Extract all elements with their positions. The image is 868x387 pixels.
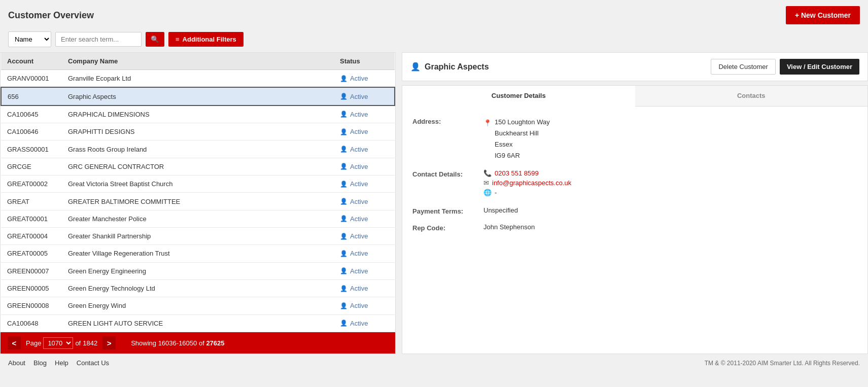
rep-value: John Stephenson	[483, 223, 535, 231]
prev-page-button[interactable]: <	[8, 336, 21, 349]
row-account: CA100646	[1, 123, 62, 140]
table-row[interactable]: GREEN00005 Green Energy Technology Ltd 👤…	[1, 279, 395, 297]
footer-link[interactable]: Help	[55, 359, 68, 367]
footer-link[interactable]: Blog	[33, 359, 47, 367]
search-button[interactable]: 🔍	[146, 32, 164, 47]
total-pages: 1842	[83, 339, 97, 347]
row-status: 👤 Active	[334, 245, 395, 262]
status-label: Active	[350, 232, 368, 240]
row-account: GRASS00001	[1, 140, 62, 158]
status-label: Active	[350, 285, 368, 292]
row-status: 👤 Active	[334, 105, 395, 123]
status-label: Active	[350, 302, 368, 309]
main-layout: Account Company Name Status GRANV00001 G…	[0, 52, 868, 354]
status-label: Active	[350, 215, 368, 223]
pagination-bar: < Page 1070 of 1842 > Showing 16036-1605…	[1, 332, 395, 354]
address-row: Address: 📍 150 Loughton Way Buckhearst H…	[412, 117, 857, 161]
row-account: GREEN00008	[1, 297, 62, 314]
of-label: of	[75, 339, 81, 347]
customer-name: Graphic Aspects	[425, 62, 489, 72]
row-company: Green Energy Wind	[62, 297, 334, 314]
row-account: GREEN00005	[1, 279, 62, 297]
payment-row: Payment Terms: Unspecified	[412, 206, 857, 215]
table-row[interactable]: GRASS00001 Grass Roots Group Ireland 👤 A…	[1, 140, 395, 158]
row-status: 👤 Active	[334, 227, 395, 244]
page-select[interactable]: 1070	[43, 337, 73, 349]
table-row[interactable]: GREAT00001 Greater Manchester Police 👤 A…	[1, 210, 395, 227]
row-status: 👤 Active	[334, 297, 395, 314]
email-icon: ✉	[483, 179, 489, 187]
status-user-icon: 👤	[340, 181, 348, 188]
tab-customer-details[interactable]: Customer Details	[402, 86, 635, 107]
row-status: 👤 Active	[334, 262, 395, 279]
status-label: Active	[350, 146, 368, 153]
table-row[interactable]: GREAT00005 Greater Village Regeneration …	[1, 245, 395, 262]
phone-link[interactable]: 0203 551 8599	[495, 169, 539, 177]
row-company: GREATER BALTIMORE COMMITTEE	[62, 193, 334, 210]
row-status: 👤 Active	[334, 279, 395, 297]
status-user-icon: 👤	[340, 320, 348, 327]
table-row[interactable]: 656 Graphic Aspects 👤 Active	[1, 87, 395, 105]
table-row[interactable]: GREEN00007 Green Energy Engineering 👤 Ac…	[1, 262, 395, 279]
row-account: GREAT00001	[1, 210, 62, 227]
address-line1: 150 Loughton Way	[495, 117, 550, 128]
delete-customer-button[interactable]: Delete Customer	[711, 59, 776, 75]
globe-icon: 🌐	[483, 189, 492, 196]
status-user-icon: 👤	[340, 302, 348, 309]
footer-link[interactable]: Contact Us	[77, 359, 109, 367]
table-row[interactable]: CA100648 GREEN LIGHT AUTO SERVICE 👤 Acti…	[1, 314, 395, 332]
table-row[interactable]: GREAT00004 Greater Shankill Partnership …	[1, 227, 395, 244]
row-company: Greater Manchester Police	[62, 210, 334, 227]
customer-header: 👤 Graphic Aspects Delete Customer View /…	[402, 52, 868, 81]
new-customer-button[interactable]: + New Customer	[786, 6, 860, 24]
status-label: Active	[350, 250, 368, 257]
additional-filters-button[interactable]: ≡ Additional Filters	[168, 32, 244, 47]
customer-name-header: 👤 Graphic Aspects	[410, 62, 489, 72]
table-row[interactable]: GREEN00008 Green Energy Wind 👤 Active	[1, 297, 395, 314]
table-row[interactable]: GREAT00002 Great Victoria Street Baptist…	[1, 175, 395, 193]
page-title: Customer Overview	[8, 10, 94, 21]
table-row[interactable]: CA100645 GRAPHICAL DIMENSIONS 👤 Active	[1, 105, 395, 123]
row-company: Green Energy Engineering	[62, 262, 334, 279]
row-status: 👤 Active	[334, 158, 395, 175]
col-header-account: Account	[1, 53, 62, 70]
of-records-label: of	[199, 339, 204, 347]
status-user-icon: 👤	[340, 233, 348, 240]
tab-contacts[interactable]: Contacts	[635, 86, 868, 106]
next-page-button[interactable]: >	[102, 336, 116, 349]
contact-label: Contact Details:	[412, 169, 483, 178]
showing-start: 16036	[158, 339, 177, 347]
customer-list-panel: Account Company Name Status GRANV00001 G…	[0, 52, 396, 354]
customer-table: Account Company Name Status GRANV00001 G…	[1, 53, 395, 332]
view-edit-customer-button[interactable]: View / Edit Customer	[780, 59, 859, 75]
row-company: GREEN LIGHT AUTO SERVICE	[62, 314, 334, 332]
table-row[interactable]: GRANV00001 Granville Ecopark Ltd 👤 Activ…	[1, 70, 395, 88]
rep-row: Rep Code: John Stephenson	[412, 223, 857, 232]
table-row[interactable]: CA100646 GRAPHITTI DESIGNS 👤 Active	[1, 123, 395, 140]
search-field-select[interactable]: Name Account	[9, 32, 51, 47]
search-icon: 🔍	[151, 36, 159, 43]
footer-copyright: TM & © 2011-2020 AIM Smarter Ltd. All Ri…	[705, 360, 860, 367]
row-company: GRC GENERAL CONTRACTOR	[62, 158, 334, 175]
showing-label: Showing	[131, 339, 156, 347]
customer-detail-panel: 👤 Graphic Aspects Delete Customer View /…	[396, 52, 868, 354]
search-input[interactable]	[55, 32, 142, 47]
customer-user-icon: 👤	[410, 62, 421, 72]
status-user-icon: 👤	[340, 285, 348, 292]
status-user-icon: 👤	[340, 75, 348, 82]
row-account: GRANV00001	[1, 70, 62, 88]
email-link[interactable]: info@graphicaspects.co.uk	[492, 179, 571, 187]
status-user-icon: 👤	[340, 163, 348, 170]
table-row[interactable]: GRCGE GRC GENERAL CONTRACTOR 👤 Active	[1, 158, 395, 175]
website-item: 🌐 -	[483, 189, 571, 196]
table-row[interactable]: GREAT GREATER BALTIMORE COMMITTEE 👤 Acti…	[1, 193, 395, 210]
col-header-company: Company Name	[62, 53, 334, 70]
status-user-icon: 👤	[340, 215, 348, 222]
footer-links: AboutBlogHelpContact Us	[8, 359, 109, 367]
row-company: Graphic Aspects	[62, 87, 334, 105]
search-select-wrap: Name Account	[8, 31, 51, 47]
footer-link[interactable]: About	[8, 359, 25, 367]
page-label: Page	[26, 339, 41, 347]
search-bar: Name Account 🔍 ≡ Additional Filters	[0, 28, 868, 52]
row-status: 👤 Active	[334, 314, 395, 332]
